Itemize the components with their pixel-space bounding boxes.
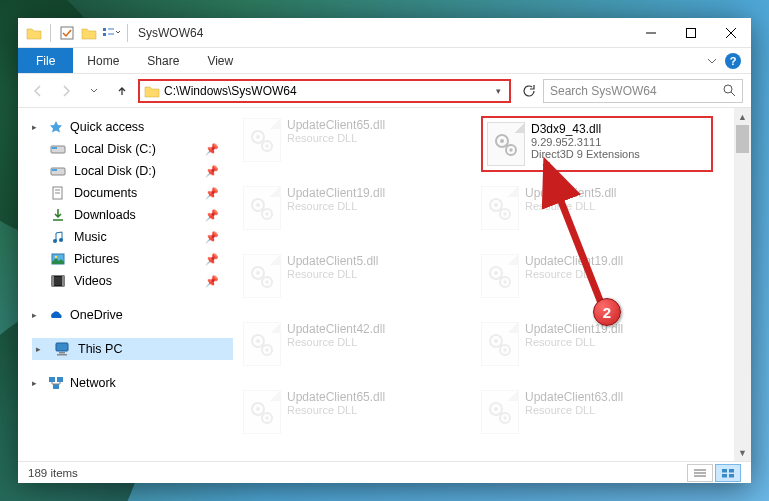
svg-rect-25	[62, 276, 64, 286]
pin-icon: 📌	[205, 231, 219, 244]
address-bar[interactable]: C:\Windows\SysWOW64 ▾	[138, 79, 511, 103]
search-icon	[723, 84, 736, 97]
file-name: D3dx9_43.dll	[531, 122, 640, 136]
qa-properties-icon[interactable]	[79, 23, 99, 43]
callout-badge-2: 2	[593, 298, 621, 326]
network-icon	[48, 375, 64, 391]
sidebar-item-pictures[interactable]: Pictures📌	[32, 248, 233, 270]
sidebar-item-local-disk-c[interactable]: Local Disk (C:)📌	[32, 138, 233, 160]
sidebar-network[interactable]: ▸ Network	[32, 372, 233, 394]
view-details-button[interactable]	[687, 464, 713, 482]
status-bar: 189 items	[18, 461, 751, 483]
onedrive-icon	[48, 307, 64, 323]
svg-rect-26	[56, 343, 68, 351]
navigation-pane: ▸ Quick access Local Disk (C:)📌 Local Di…	[18, 108, 233, 461]
sidebar-quick-access[interactable]: ▸ Quick access	[32, 116, 233, 138]
sidebar-item-downloads[interactable]: Downloads📌	[32, 204, 233, 226]
caret-down-icon: ▸	[32, 122, 42, 132]
svg-rect-30	[57, 377, 63, 382]
drive-icon	[50, 141, 66, 157]
file-list-pane: UpdateClient65.dllResource DLLUpdateClie…	[233, 108, 751, 461]
nav-up-button[interactable]	[110, 79, 134, 103]
sidebar-this-pc[interactable]: ▸ This PC	[32, 338, 233, 360]
search-placeholder: Search SysWOW64	[550, 84, 723, 98]
svg-rect-24	[52, 276, 54, 286]
sidebar-item-documents[interactable]: Documents📌	[32, 182, 233, 204]
address-row: C:\Windows\SysWOW64 ▾ Search SysWOW64	[18, 74, 751, 108]
tab-share[interactable]: Share	[133, 48, 193, 73]
refresh-button[interactable]	[517, 80, 539, 102]
svg-point-9	[724, 85, 732, 93]
nav-recent-dropdown[interactable]	[82, 79, 106, 103]
svg-point-19	[53, 239, 57, 243]
svg-rect-31	[53, 384, 59, 389]
svg-rect-27	[59, 352, 65, 354]
videos-icon	[50, 273, 66, 289]
search-box[interactable]: Search SysWOW64	[543, 79, 743, 103]
svg-rect-2	[103, 33, 106, 36]
sidebar-item-music[interactable]: Music📌	[32, 226, 233, 248]
music-icon	[50, 229, 66, 245]
svg-rect-80	[729, 474, 734, 478]
maximize-button[interactable]	[671, 18, 711, 48]
caret-right-icon: ▸	[36, 344, 46, 354]
downloads-icon	[50, 207, 66, 223]
tab-home[interactable]: Home	[73, 48, 133, 73]
nav-back-button[interactable]	[26, 79, 50, 103]
svg-rect-77	[722, 469, 727, 473]
dll-file-icon	[487, 122, 525, 166]
folder-icon	[24, 23, 44, 43]
svg-point-22	[55, 256, 58, 259]
explorer-window: SysWOW64 File Home Share View ? C:\Windo…	[18, 18, 751, 483]
sidebar-onedrive[interactable]: ▸ OneDrive	[32, 304, 233, 326]
address-path: C:\Windows\SysWOW64	[164, 84, 492, 98]
nav-forward-button[interactable]	[54, 79, 78, 103]
svg-rect-1	[103, 28, 106, 31]
file-description: Direct3D 9 Extensions	[531, 148, 640, 160]
svg-point-70	[500, 139, 504, 143]
pictures-icon	[50, 251, 66, 267]
scroll-thumb[interactable]	[736, 125, 749, 153]
svg-point-71	[509, 148, 512, 151]
sidebar-item-videos[interactable]: Videos📌	[32, 270, 233, 292]
star-icon	[48, 119, 64, 135]
sidebar-item-local-disk-d[interactable]: Local Disk (D:)📌	[32, 160, 233, 182]
documents-icon	[50, 185, 66, 201]
this-pc-icon	[54, 341, 70, 357]
svg-rect-0	[61, 27, 73, 39]
help-icon[interactable]: ?	[725, 53, 741, 69]
svg-rect-28	[57, 354, 67, 356]
content-area: ▸ Quick access Local Disk (C:)📌 Local Di…	[18, 108, 751, 461]
minimize-button[interactable]	[631, 18, 671, 48]
qa-view-dropdown-icon[interactable]	[101, 23, 121, 43]
view-icons-button[interactable]	[715, 464, 741, 482]
address-dropdown-icon[interactable]: ▾	[492, 86, 505, 96]
window-title: SysWOW64	[138, 26, 203, 40]
file-version: 9.29.952.3111	[531, 136, 640, 148]
pin-icon: 📌	[205, 209, 219, 222]
svg-rect-78	[729, 469, 734, 473]
svg-point-20	[59, 238, 63, 242]
close-button[interactable]	[711, 18, 751, 48]
qa-checkbox-icon[interactable]	[57, 23, 77, 43]
vertical-scrollbar[interactable]: ▲ ▼	[734, 108, 751, 461]
title-bar: SysWOW64	[18, 18, 751, 48]
pin-icon: 📌	[205, 143, 219, 156]
ribbon-tabs: File Home Share View ?	[18, 48, 751, 74]
pin-icon: 📌	[205, 187, 219, 200]
file-item-highlighted[interactable]: D3dx9_43.dll 9.29.952.3111 Direct3D 9 Ex…	[481, 116, 713, 172]
scroll-down-button[interactable]: ▼	[734, 444, 751, 461]
ribbon-expand-icon[interactable]	[707, 56, 717, 66]
svg-rect-79	[722, 474, 727, 478]
pin-icon: 📌	[205, 275, 219, 288]
svg-rect-6	[687, 28, 696, 37]
svg-rect-14	[52, 169, 57, 171]
address-folder-icon	[144, 84, 160, 98]
file-tab[interactable]: File	[18, 48, 73, 73]
svg-rect-12	[52, 147, 57, 149]
tab-view[interactable]: View	[193, 48, 247, 73]
pin-icon: 📌	[205, 253, 219, 266]
scroll-up-button[interactable]: ▲	[734, 108, 751, 125]
svg-rect-29	[49, 377, 55, 382]
drive-icon	[50, 163, 66, 179]
